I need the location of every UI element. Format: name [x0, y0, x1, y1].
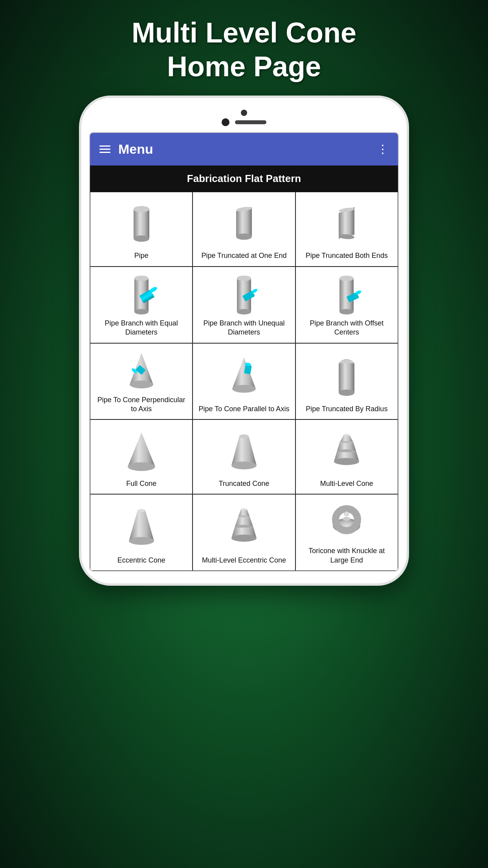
truncated-cone-label: Truncated Cone	[219, 479, 269, 488]
svg-point-35	[128, 462, 155, 471]
svg-point-15	[237, 276, 251, 281]
grid-item-pipe[interactable]: Pipe	[90, 192, 193, 267]
multi-level-eccentric-cone-label: Multi-Level Eccentric Cone	[202, 556, 286, 565]
pipe-branch-offset-label: Pipe Branch with Offset Centers	[300, 319, 394, 337]
multi-level-cone-icon	[300, 425, 394, 476]
svg-point-33	[339, 390, 354, 396]
pipe-label: Pipe	[134, 251, 149, 260]
full-cone-icon	[94, 425, 188, 476]
grid-item-multi-level-cone[interactable]: Multi-Level Cone	[295, 419, 398, 494]
section-header: Fabrication Flat Pattern	[90, 166, 398, 192]
grid-item-multi-level-eccentric-cone[interactable]: Multi-Level Eccentric Cone	[193, 494, 295, 571]
svg-point-47	[138, 509, 145, 512]
page-title: Multi Level ConeHome Page	[132, 16, 356, 84]
grid-item-toricone[interactable]: Toricone with Knuckle at Large End	[295, 494, 398, 571]
phone-screen: Menu ⋮ Fabrication Flat Pattern	[89, 132, 399, 572]
pipe-icon	[94, 198, 188, 248]
pipe-to-cone-perp-label: Pipe To Cone Perpendicular to Axis	[94, 395, 188, 414]
grid-item-truncated-cone[interactable]: Truncated Cone	[193, 419, 295, 494]
more-options-icon[interactable]: ⋮	[377, 143, 389, 155]
pipe-truncated-both-ends-label: Pipe Truncated Both Ends	[306, 251, 388, 260]
svg-point-48	[129, 537, 154, 545]
svg-point-45	[334, 458, 359, 465]
grid-item-pipe-truncated-both-ends[interactable]: Pipe Truncated Both Ends	[295, 192, 398, 267]
pipe-branch-equal-icon	[94, 272, 188, 316]
svg-point-37	[231, 462, 257, 469]
pipe-truncated-radius-icon	[300, 349, 394, 401]
svg-point-40	[343, 434, 350, 436]
phone-camera	[222, 118, 229, 126]
grid-item-pipe-to-cone-parallel[interactable]: Pipe To Cone Parallel to Axis	[193, 343, 295, 420]
svg-point-59	[344, 511, 349, 516]
svg-point-58	[343, 517, 350, 521]
pipe-branch-unequal-label: Pipe Branch with Unequal Diameters	[197, 319, 291, 337]
svg-marker-36	[231, 436, 257, 465]
grid-item-full-cone[interactable]: Full Cone	[90, 419, 193, 494]
phone-camera-area	[222, 110, 266, 126]
grid-item-eccentric-cone[interactable]: Eccentric Cone	[90, 494, 193, 571]
hamburger-line-3	[99, 152, 110, 153]
multi-level-cone-label: Multi-Level Cone	[320, 479, 373, 488]
pipe-branch-equal-label: Pipe Branch with Equal Diameters	[94, 319, 188, 337]
svg-point-29	[232, 385, 256, 393]
svg-point-25	[130, 381, 153, 388]
grid-item-pipe-truncated-radius[interactable]: Pipe Truncated By Radius	[295, 343, 398, 420]
items-grid: Pipe	[90, 192, 398, 571]
svg-point-11	[134, 309, 149, 314]
pipe-to-cone-parallel-label: Pipe To Cone Parallel to Axis	[199, 405, 290, 414]
eccentric-cone-label: Eccentric Cone	[117, 556, 165, 565]
pipe-truncated-radius-label: Pipe Truncated By Radius	[306, 405, 387, 414]
svg-marker-28	[232, 357, 256, 389]
pipe-branch-unequal-icon	[197, 272, 291, 316]
toricone-label: Toricone with Knuckle at Large End	[300, 546, 394, 565]
svg-marker-3	[236, 207, 252, 237]
hamburger-line-1	[99, 145, 110, 147]
grid-item-pipe-branch-equal[interactable]: Pipe Branch with Equal Diameters	[90, 267, 193, 343]
grid-item-pipe-branch-offset[interactable]: Pipe Branch with Offset Centers	[295, 267, 398, 343]
hamburger-line-2	[99, 149, 110, 150]
svg-point-2	[134, 235, 149, 242]
svg-rect-0	[134, 209, 149, 239]
eccentric-cone-icon	[94, 500, 188, 552]
multi-level-eccentric-cone-icon	[197, 500, 291, 552]
svg-marker-46	[129, 511, 154, 541]
phone-camera-row	[222, 118, 266, 126]
header-title: Menu	[118, 142, 153, 157]
pipe-branch-offset-icon	[300, 272, 394, 316]
full-cone-label: Full Cone	[126, 479, 156, 488]
header-left: Menu	[99, 142, 153, 157]
svg-point-21	[339, 309, 354, 314]
pipe-truncated-one-end-label: Pipe Truncated at One End	[201, 251, 286, 260]
toricone-icon	[300, 500, 394, 543]
phone-dot	[241, 110, 247, 116]
svg-point-1	[134, 206, 149, 212]
pipe-to-cone-perp-icon	[94, 349, 188, 392]
svg-point-4	[236, 234, 252, 240]
grid-item-pipe-branch-unequal[interactable]: Pipe Branch with Unequal Diameters	[193, 267, 295, 343]
svg-marker-34	[128, 432, 155, 467]
hamburger-menu-icon[interactable]	[99, 145, 110, 153]
svg-point-16	[237, 309, 251, 314]
pipe-to-cone-parallel-icon	[197, 349, 291, 401]
svg-point-50	[241, 508, 247, 511]
svg-point-20	[339, 276, 354, 281]
svg-point-38	[239, 434, 249, 438]
pipe-truncated-one-end-icon	[197, 198, 291, 248]
truncated-cone-icon	[197, 425, 291, 476]
grid-item-pipe-to-cone-perp[interactable]: Pipe To Cone Perpendicular to Axis	[90, 343, 193, 420]
app-header: Menu ⋮	[90, 133, 398, 166]
phone-frame: Menu ⋮ Fabrication Flat Pattern	[79, 96, 409, 586]
grid-item-pipe-truncated-one-end[interactable]: Pipe Truncated at One End	[193, 192, 295, 267]
pipe-truncated-both-ends-icon	[300, 198, 394, 248]
svg-rect-32	[339, 363, 354, 393]
svg-point-10	[134, 276, 149, 281]
phone-speaker	[235, 120, 266, 124]
svg-point-55	[231, 535, 257, 542]
